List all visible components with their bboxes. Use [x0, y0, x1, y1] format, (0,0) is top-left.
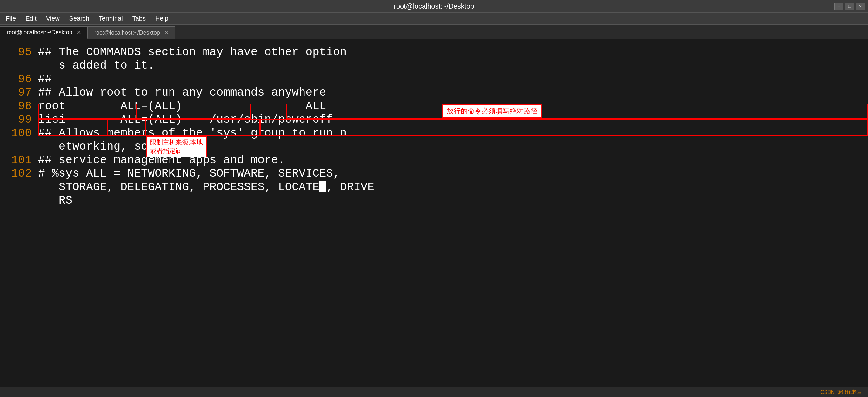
menu-search[interactable]: Search: [65, 14, 94, 24]
line-content-100c: etworking, software,: [38, 140, 868, 153]
line-98: 98 root ALL=(ALL) ALL: [0, 100, 868, 113]
line-101: 101 ## service management apps and more.: [0, 154, 868, 167]
bottom-text: CSDN @识途老马: [820, 389, 862, 396]
menu-terminal[interactable]: Terminal: [94, 14, 127, 24]
line-102-cont2: RS: [0, 194, 868, 207]
title-bar: root@localhost:~/Desktop ─ □ ✕: [0, 0, 868, 13]
line-number-97: 97: [0, 86, 38, 99]
line-number-95: 95: [0, 46, 38, 59]
menu-help[interactable]: Help: [151, 14, 173, 24]
tab-1-label: root@localhost:~/Desktop: [94, 30, 160, 36]
menu-tabs[interactable]: Tabs: [128, 14, 150, 24]
window-controls[interactable]: ─ □ ✕: [834, 3, 865, 10]
line-number-102: 102: [0, 167, 38, 180]
line-97: 97 ## Allow root to run any commands any…: [0, 86, 868, 99]
line-content-95c: s added to it.: [38, 59, 868, 72]
line-content-102: # %sys ALL = NETWORKING, SOFTWARE, SERVI…: [38, 167, 868, 180]
tab-0-label: root@localhost:~/Desktop: [7, 29, 72, 36]
tab-bar: root@localhost:~/Desktop ✕ root@localhos…: [0, 25, 868, 39]
tab-1[interactable]: root@localhost:~/Desktop ✕: [88, 26, 175, 39]
terminal-content: 95 ## The COMMANDS section may have othe…: [0, 39, 868, 388]
line-number-100: 100: [0, 127, 38, 140]
menu-edit[interactable]: Edit: [21, 14, 41, 24]
window-title: root@localhost:~/Desktop: [394, 2, 474, 10]
line-content-101: ## service management apps and more.: [38, 154, 868, 167]
line-100: 100 ## Allows members of the 'sys' group…: [0, 127, 868, 140]
line-95-cont: s added to it.: [0, 59, 868, 72]
line-96: 96 ##: [0, 73, 868, 86]
menu-file[interactable]: File: [1, 14, 20, 24]
line-content-98: root ALL=(ALL) ALL: [38, 100, 868, 113]
line-content-95: ## The COMMANDS section may have other o…: [38, 46, 868, 59]
menu-view[interactable]: View: [41, 14, 64, 24]
line-content-100: ## Allows members of the 'sys' group to …: [38, 127, 868, 140]
line-content-96: ##: [38, 73, 868, 86]
line-content-97: ## Allow root to run any commands anywhe…: [38, 86, 868, 99]
tab-0-close[interactable]: ✕: [77, 30, 81, 36]
line-content-102c2: RS: [38, 194, 868, 207]
tab-1-close[interactable]: ✕: [164, 30, 168, 36]
menu-bar: File Edit View Search Terminal Tabs Help: [0, 13, 868, 25]
line-number-101: 101: [0, 154, 38, 167]
tab-0[interactable]: root@localhost:~/Desktop ✕: [0, 26, 88, 39]
line-100-cont: etworking, software,: [0, 140, 868, 153]
line-number-99: 99: [0, 113, 38, 126]
maximize-button[interactable]: □: [845, 3, 854, 10]
close-button[interactable]: ✕: [856, 3, 865, 10]
minimize-button[interactable]: ─: [834, 3, 843, 10]
line-number-98: 98: [0, 100, 38, 113]
line-102: 102 # %sys ALL = NETWORKING, SOFTWARE, S…: [0, 167, 868, 180]
line-102-cont1: STORAGE, DELEGATING, PROCESSES, LOCATE, …: [0, 181, 868, 194]
line-99: 99 lisi ALL=(ALL) /usr/sbin/poweroff: [0, 113, 868, 126]
line-content-102c1: STORAGE, DELEGATING, PROCESSES, LOCATE, …: [38, 181, 868, 194]
bottom-bar: CSDN @识途老马: [0, 388, 868, 397]
line-number-96: 96: [0, 73, 38, 86]
line-95: 95 ## The COMMANDS section may have othe…: [0, 46, 868, 59]
line-content-99: lisi ALL=(ALL) /usr/sbin/poweroff: [38, 113, 868, 126]
